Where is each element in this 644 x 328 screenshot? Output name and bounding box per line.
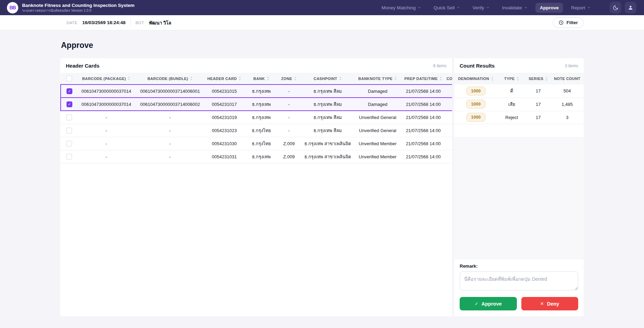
column-header[interactable]: SERIES	[526, 73, 551, 85]
bot-label: BOT	[135, 21, 144, 25]
table-cell: 21/07/2568 14:00	[402, 85, 445, 98]
column-header[interactable]: BANKNOTE TYPE	[354, 73, 402, 85]
table-cell: ธ.กรุงเทพ สาขาเพลินจิต	[302, 137, 354, 150]
nav-item-report[interactable]: Report	[566, 3, 595, 13]
table-row[interactable]: ✓006104730000000370140061047300000037140…	[61, 85, 452, 98]
column-header[interactable]: BARCODE (BUNDLE)	[138, 73, 202, 85]
table-cell: 21/07/2568 14:00	[402, 124, 445, 137]
table-row[interactable]: ✓--0054231031ธ.กรุงเทพZ.009ธ.กรุงเทพ สาข…	[61, 150, 452, 163]
bot-value: พัฒนา วิโล	[149, 19, 171, 27]
table-cell: Unverified Member	[354, 150, 402, 163]
nav-item-invalidate[interactable]: Invalidate	[498, 3, 532, 13]
nav-item-money-matching[interactable]: Money Matching	[377, 3, 426, 13]
sort-arrows-icon[interactable]	[339, 77, 342, 80]
table-row[interactable]: 1000เสีย171,485	[454, 98, 584, 111]
approve-button[interactable]: ✓ Approve	[460, 297, 517, 310]
nav-item-verify[interactable]: Verify	[468, 3, 494, 13]
row-checkbox[interactable]: ✓	[66, 141, 72, 147]
column-header[interactable]: CASHPOINT	[302, 73, 354, 85]
type-cell: Reject	[498, 111, 526, 124]
count-results-panel: Count Results 3 items DENOMINATIONTYPESE…	[454, 58, 584, 316]
table-cell: 00610473000000037014	[74, 98, 138, 111]
nav-item-label: Money Matching	[381, 5, 416, 10]
table-cell: -	[74, 124, 138, 137]
select-all-checkbox[interactable]: ✓	[66, 76, 72, 81]
table-cell: 0054231019	[202, 111, 247, 124]
table-cell: ธ.กรุงไทย	[247, 137, 276, 150]
sort-arrows-icon[interactable]	[267, 77, 269, 80]
filter-button[interactable]: Filter	[553, 17, 584, 28]
column-header[interactable]: CO	[445, 73, 452, 85]
column-header-label: ZONE	[281, 77, 292, 81]
sort-arrows-icon[interactable]	[190, 77, 193, 80]
remark-input[interactable]	[460, 271, 578, 290]
table-row[interactable]: ✓--0054231030ธ.กรุงไทยZ.009ธ.กรุงเทพ สาข…	[61, 137, 452, 150]
date-value: 16/03/2569 18:24:48	[82, 20, 125, 25]
table-cell: -	[276, 124, 302, 137]
sort-arrows-icon[interactable]	[439, 77, 442, 80]
top-navbar: BB Banknote Fitness and Counting Inspect…	[0, 0, 644, 15]
sort-arrows-icon[interactable]	[294, 77, 297, 80]
x-icon: ✕	[540, 301, 544, 306]
table-row[interactable]: 1000ดี17504	[454, 85, 584, 98]
table-cell: Unverified General	[354, 111, 402, 124]
app-logo: BB	[7, 2, 18, 13]
sort-arrows-icon[interactable]	[127, 77, 130, 80]
table-cell: 0054231023	[202, 124, 247, 137]
row-checkbox[interactable]: ✓	[66, 128, 72, 133]
header-cards-panel: Header Cards 6 items ✓BARCODE (PACKAGE)B…	[60, 58, 452, 316]
column-header[interactable]: DENOMINATION	[454, 73, 498, 85]
nav-item-label: Quick Sell	[433, 5, 454, 10]
table-row[interactable]: ✓--0054231023ธ.กรุงไทย-ธ.กรุงเทพ สีลมUnv…	[61, 124, 452, 137]
table-cell: Damaged	[354, 85, 402, 98]
nav-item-quick-sell[interactable]: Quick Sell	[429, 3, 464, 13]
table-cell: 21/07/2568 14:00	[402, 150, 445, 163]
table-cell: Unverified General	[354, 124, 402, 137]
column-header[interactable]: TYPE	[498, 73, 526, 85]
nav-item-label: Report	[571, 5, 585, 10]
column-header[interactable]: HEADER CARD	[202, 73, 247, 85]
column-header-label: TYPE	[504, 77, 514, 81]
column-header[interactable]: ZONE	[276, 73, 302, 85]
sort-arrows-icon[interactable]	[517, 77, 519, 81]
date-label: DATE	[67, 21, 78, 25]
table-cell: Damaged	[354, 98, 402, 111]
sort-arrows-icon[interactable]	[394, 77, 397, 80]
clock-icon	[559, 20, 564, 25]
table-cell: ธ.กรุงเทพ	[247, 98, 276, 111]
app-subtitle: ระบบตรวจสอบการนับคัดธนบัตร Version 1.0.0	[22, 9, 134, 13]
deny-button[interactable]: ✕ Deny	[521, 297, 579, 310]
user-menu-button[interactable]	[625, 2, 636, 13]
theme-toggle-button[interactable]	[610, 2, 621, 13]
row-checkbox[interactable]: ✓	[66, 154, 72, 160]
nav-item-approve[interactable]: Approve	[535, 3, 563, 13]
moon-icon	[613, 5, 619, 11]
table-cell	[445, 98, 452, 111]
table-cell: Z.009	[276, 150, 302, 163]
sort-arrows-icon[interactable]	[238, 77, 241, 80]
row-checkbox[interactable]: ✓	[67, 101, 72, 107]
column-header[interactable]: BANK	[247, 73, 276, 85]
sort-arrows-icon[interactable]	[545, 77, 548, 81]
table-cell: -	[74, 150, 138, 163]
table-row[interactable]: 1000Reject173	[454, 111, 584, 124]
table-row[interactable]: ✓--0054231019ธ.กรุงเทพ-ธ.กรุงเทพ สีลมUnv…	[61, 111, 452, 124]
column-header[interactable]: BARCODE (PACKAGE)	[74, 73, 138, 85]
page-title: Approve	[61, 41, 584, 50]
row-checkbox[interactable]: ✓	[66, 115, 72, 120]
table-row[interactable]: ✓006104730000000370140061047300000037140…	[61, 98, 452, 111]
sort-arrows-icon[interactable]	[491, 77, 494, 81]
check-icon: ✓	[474, 301, 478, 306]
header-cards-title: Header Cards	[66, 63, 100, 69]
column-header[interactable]: NOTE COUNT	[551, 73, 584, 85]
row-checkbox[interactable]: ✓	[67, 88, 72, 94]
table-cell: 00610473000000037014	[74, 85, 138, 98]
table-cell: ธ.กรุงเทพ สีลม	[302, 98, 354, 111]
table-cell: ธ.กรุงเทพ	[247, 111, 276, 124]
chevron-down-icon	[587, 6, 591, 9]
table-cell: -	[74, 111, 138, 124]
session-meta: DATE 16/03/2569 18:24:48 BOT พัฒนา วิโล	[67, 19, 171, 27]
column-header[interactable]: PREP DATE/TIME	[402, 73, 445, 85]
table-cell: 0054231031	[202, 150, 247, 163]
table-cell: -	[138, 137, 202, 150]
